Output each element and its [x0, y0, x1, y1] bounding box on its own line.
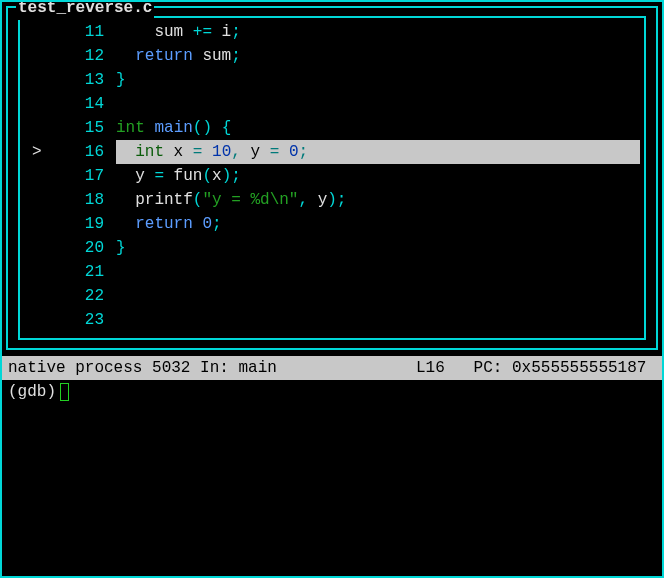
line-number: 11	[52, 20, 116, 44]
code-content	[116, 92, 640, 116]
line-number: 15	[52, 116, 116, 140]
breakpoint-marker: >	[24, 140, 52, 164]
breakpoint-marker	[24, 284, 52, 308]
cursor-icon	[60, 383, 69, 401]
code-content: }	[116, 68, 640, 92]
breakpoint-marker	[24, 68, 52, 92]
status-sep	[445, 356, 474, 380]
code-line: 13}	[24, 68, 640, 92]
code-content: return 0;	[116, 212, 640, 236]
gdb-prompt[interactable]: (gdb)	[2, 380, 662, 404]
line-number: 21	[52, 260, 116, 284]
line-number: 17	[52, 164, 116, 188]
code-line: 18 printf("y = %d\n", y);	[24, 188, 640, 212]
code-content: sum += i;	[116, 20, 640, 44]
line-number: 20	[52, 236, 116, 260]
line-number: 12	[52, 44, 116, 68]
status-bar: native process 5032 In: main L16 PC: 0x5…	[2, 356, 662, 380]
line-number: 22	[52, 284, 116, 308]
breakpoint-marker	[24, 116, 52, 140]
breakpoint-marker	[24, 308, 52, 332]
breakpoint-marker	[24, 44, 52, 68]
code-line: 15int main() {	[24, 116, 640, 140]
code-line: 12 return sum;	[24, 44, 640, 68]
breakpoint-marker	[24, 188, 52, 212]
status-process: native process 5032 In: main	[8, 356, 416, 380]
breakpoint-marker	[24, 164, 52, 188]
status-line: L16	[416, 356, 445, 380]
line-number: 23	[52, 308, 116, 332]
code-content: y = fun(x);	[116, 164, 640, 188]
line-number: 16	[52, 140, 116, 164]
breakpoint-marker	[24, 212, 52, 236]
code-line: 22	[24, 284, 640, 308]
code-content	[116, 308, 640, 332]
breakpoint-marker	[24, 236, 52, 260]
breakpoint-marker	[24, 260, 52, 284]
code-line: 14	[24, 92, 640, 116]
status-pad	[646, 356, 656, 380]
frame-title: test_reverse.c	[16, 0, 154, 20]
code-line: 17 y = fun(x);	[24, 164, 640, 188]
status-pc: PC: 0x555555555187	[474, 356, 647, 380]
code-content: }	[116, 236, 640, 260]
code-line: 19 return 0;	[24, 212, 640, 236]
code-line: 11 sum += i;	[24, 20, 640, 44]
code-content: int main() {	[116, 116, 640, 140]
breakpoint-marker	[24, 20, 52, 44]
breakpoint-marker	[24, 92, 52, 116]
line-number: 19	[52, 212, 116, 236]
code-line: >16 int x = 10, y = 0;	[24, 140, 640, 164]
source-frame: test_reverse.c 11 sum += i; 12 return su…	[6, 6, 658, 350]
code-line: 23	[24, 308, 640, 332]
line-number: 18	[52, 188, 116, 212]
code-content: printf("y = %d\n", y);	[116, 188, 640, 212]
code-line: 21	[24, 260, 640, 284]
code-line: 20}	[24, 236, 640, 260]
code-pane[interactable]: 11 sum += i; 12 return sum; 13} 14 15int…	[18, 16, 646, 340]
code-content	[116, 284, 640, 308]
gdb-prompt-text: (gdb)	[8, 380, 56, 404]
line-number: 13	[52, 68, 116, 92]
code-content	[116, 260, 640, 284]
code-content: return sum;	[116, 44, 640, 68]
line-number: 14	[52, 92, 116, 116]
code-content: int x = 10, y = 0;	[116, 140, 640, 164]
